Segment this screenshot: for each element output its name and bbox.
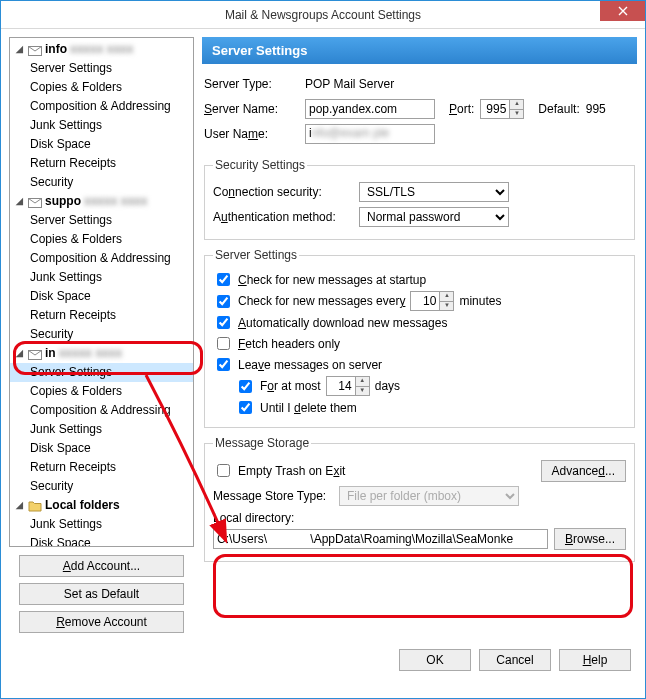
tree-item[interactable]: Junk Settings	[10, 515, 193, 534]
remove-account-button[interactable]: Remove Account	[19, 611, 184, 633]
tree-item[interactable]: Composition & Addressing	[10, 97, 193, 116]
tree-item[interactable]: Server Settings	[10, 211, 193, 230]
envelope-icon	[28, 44, 42, 55]
auto-download-checkbox[interactable]	[217, 316, 230, 329]
tree-item[interactable]: Junk Settings	[10, 268, 193, 287]
tree-item[interactable]: Composition & Addressing	[10, 249, 193, 268]
account-header[interactable]: ◢Local folders	[10, 496, 193, 515]
check-startup-checkbox[interactable]	[217, 273, 230, 286]
tree-item[interactable]: Copies & Folders	[10, 78, 193, 97]
envelope-icon	[28, 196, 42, 207]
twisty-icon[interactable]: ◢	[16, 345, 25, 362]
close-icon	[618, 6, 628, 16]
window-title: Mail & Newsgroups Account Settings	[225, 8, 421, 22]
tree-item[interactable]: Copies & Folders	[10, 230, 193, 249]
twisty-icon[interactable]: ◢	[16, 41, 25, 58]
tree-item[interactable]: Return Receipts	[10, 458, 193, 477]
store-type-select: File per folder (mbox)	[339, 486, 519, 506]
check-interval-spinbox[interactable]: ▲▼	[410, 291, 454, 311]
port-spinbox[interactable]: ▲▼	[480, 99, 524, 119]
auth-method-label: Authentication method:	[213, 210, 353, 224]
connection-security-label: Connection security:	[213, 185, 353, 199]
folder-icon	[28, 500, 42, 511]
user-name-input[interactable]	[305, 124, 435, 144]
account-header[interactable]: ◢suppoxxxxx xxxx	[10, 192, 193, 211]
add-account-button[interactable]: Add Account...	[19, 555, 184, 577]
tree-item[interactable]: Composition & Addressing	[10, 401, 193, 420]
tree-item[interactable]: Disk Space	[10, 439, 193, 458]
tree-item[interactable]: Server Settings	[10, 59, 193, 78]
server-type-value: POP Mail Server	[305, 77, 394, 91]
close-button[interactable]	[600, 1, 645, 21]
cancel-button[interactable]: Cancel	[479, 649, 551, 671]
browse-button[interactable]: Browse...	[554, 528, 626, 550]
tree-item[interactable]: Disk Space	[10, 135, 193, 154]
dialog-footer: OK Cancel Help	[1, 639, 645, 681]
tree-item[interactable]: Server Settings	[10, 363, 193, 382]
days-spinbox[interactable]: ▲▼	[326, 376, 370, 396]
leave-on-server-checkbox[interactable]	[217, 358, 230, 371]
help-button[interactable]: Help	[559, 649, 631, 671]
tree-item[interactable]: Disk Space	[10, 534, 193, 547]
account-tree[interactable]: ◢infoxxxxx xxxxServer SettingsCopies & F…	[9, 37, 194, 547]
twisty-icon[interactable]: ◢	[16, 193, 25, 210]
advanced-button[interactable]: Advanced...	[541, 460, 626, 482]
tree-item[interactable]: Disk Space	[10, 287, 193, 306]
server-settings-group: Server Settings Check for new messages a…	[204, 248, 635, 428]
panel-title: Server Settings	[202, 37, 637, 64]
default-port-label: Default:	[538, 102, 579, 116]
ok-button[interactable]: OK	[399, 649, 471, 671]
security-settings-group: Security Settings Connection security: S…	[204, 158, 635, 240]
account-header[interactable]: ◢inxxxxx xxxx	[10, 344, 193, 363]
set-default-button[interactable]: Set as Default	[19, 583, 184, 605]
twisty-icon[interactable]: ◢	[16, 497, 25, 514]
tree-item[interactable]: Security	[10, 325, 193, 344]
store-type-label: Message Store Type:	[213, 489, 333, 503]
user-name-label: User Name:	[204, 127, 299, 141]
tree-item[interactable]: Return Receipts	[10, 154, 193, 173]
main-panel: Server Settings Server Type: POP Mail Se…	[202, 37, 637, 631]
port-label: Port:	[449, 102, 474, 116]
empty-trash-checkbox[interactable]	[217, 464, 230, 477]
local-directory-input[interactable]	[213, 529, 548, 549]
server-name-label: Server Name:	[204, 102, 299, 116]
envelope-icon	[28, 348, 42, 359]
account-header[interactable]: ◢infoxxxxx xxxx	[10, 40, 193, 59]
until-delete-checkbox[interactable]	[239, 401, 252, 414]
tree-item[interactable]: Security	[10, 477, 193, 496]
fetch-headers-checkbox[interactable]	[217, 337, 230, 350]
check-every-checkbox[interactable]	[217, 295, 230, 308]
tree-item[interactable]: Junk Settings	[10, 116, 193, 135]
auth-method-select[interactable]: Normal password	[359, 207, 509, 227]
tree-item[interactable]: Copies & Folders	[10, 382, 193, 401]
sidebar: ◢infoxxxxx xxxxServer SettingsCopies & F…	[9, 37, 194, 631]
message-storage-group: Message Storage Empty Trash on Exit Adva…	[204, 436, 635, 562]
default-port-value: 995	[586, 102, 606, 116]
connection-security-select[interactable]: SSL/TLS	[359, 182, 509, 202]
tree-item[interactable]: Return Receipts	[10, 306, 193, 325]
for-at-most-checkbox[interactable]	[239, 380, 252, 393]
tree-item[interactable]: Junk Settings	[10, 420, 193, 439]
server-name-input[interactable]	[305, 99, 435, 119]
local-directory-label: Local directory:	[213, 511, 626, 525]
tree-item[interactable]: Security	[10, 173, 193, 192]
titlebar: Mail & Newsgroups Account Settings	[1, 1, 645, 29]
server-type-label: Server Type:	[204, 77, 299, 91]
